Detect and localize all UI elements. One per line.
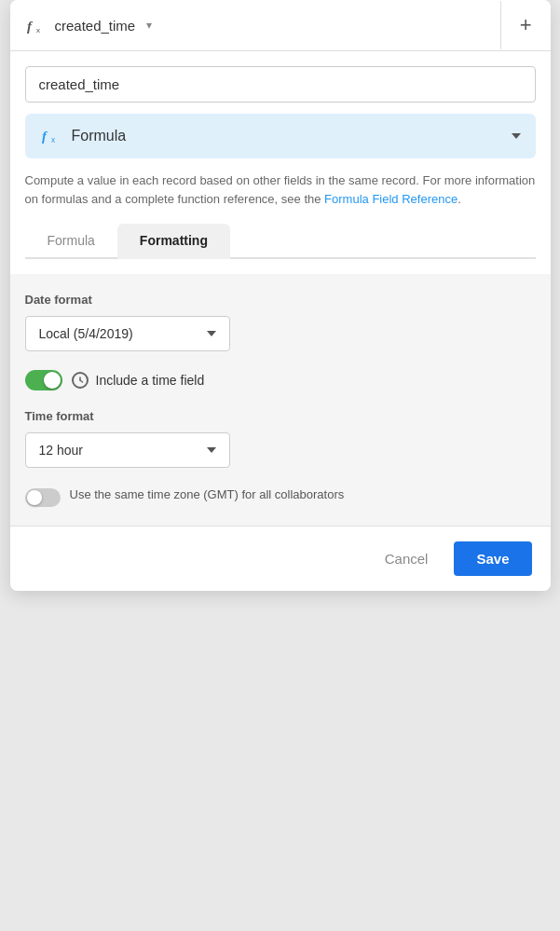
time-format-wrapper: 12 hour — [25, 432, 536, 468]
type-dropdown-left: f x Formula — [40, 125, 127, 147]
tab-formula[interactable]: Formula — [25, 224, 117, 259]
top-bar-title: f x created_time ▾ — [10, 1, 501, 49]
formula-description: Compute a value in each record based on … — [25, 171, 536, 209]
type-dropdown-label: Formula — [72, 128, 127, 144]
include-time-row: Include a time field — [25, 370, 536, 390]
gmt-label: Use the same time zone (GMT) for all col… — [70, 486, 345, 504]
svg-text:f: f — [42, 129, 48, 144]
time-format-value: 12 hour — [39, 443, 83, 458]
add-field-button[interactable]: + — [501, 0, 551, 50]
include-time-toggle[interactable] — [25, 370, 62, 390]
include-time-toggle-knob — [44, 372, 61, 389]
date-format-value: Local (5/4/2019) — [39, 326, 133, 341]
formatting-section: Date format Local (5/4/2019) Include a t… — [10, 274, 551, 526]
top-bar-dropdown-arrow[interactable]: ▾ — [146, 19, 152, 32]
time-format-label: Time format — [25, 409, 536, 423]
tab-formatting[interactable]: Formatting — [117, 224, 230, 259]
formula-reference-link[interactable]: Formula Field Reference — [324, 192, 458, 206]
svg-text:x: x — [51, 136, 55, 144]
main-content: f x Formula Compute a value in each reco… — [10, 51, 551, 274]
gmt-toggle-knob — [27, 490, 42, 505]
save-button[interactable]: Save — [454, 541, 531, 576]
footer: Cancel Save — [10, 526, 551, 591]
date-format-chevron-icon — [207, 331, 216, 336]
clock-icon — [72, 372, 89, 389]
field-name-input[interactable] — [25, 66, 536, 103]
time-format-dropdown[interactable]: 12 hour — [25, 432, 230, 468]
include-time-text: Include a time field — [96, 373, 205, 388]
type-dropdown-chevron-icon — [512, 133, 521, 139]
cancel-button[interactable]: Cancel — [370, 543, 444, 574]
formula-fx-icon: f x — [40, 125, 62, 147]
fx-icon: f x — [25, 14, 48, 36]
time-format-chevron-icon — [207, 447, 216, 453]
top-bar-field-name: created_time — [55, 18, 136, 34]
svg-text:f: f — [27, 19, 34, 34]
svg-line-5 — [80, 380, 83, 382]
date-format-label: Date format — [25, 293, 536, 307]
gmt-toggle[interactable] — [25, 488, 61, 507]
top-bar: f x created_time ▾ + — [10, 0, 551, 51]
gmt-row: Use the same time zone (GMT) for all col… — [25, 486, 536, 507]
date-format-dropdown[interactable]: Local (5/4/2019) — [25, 316, 230, 351]
type-dropdown[interactable]: f x Formula — [25, 114, 536, 158]
date-format-wrapper: Local (5/4/2019) — [25, 316, 536, 351]
include-time-label: Include a time field — [72, 372, 205, 389]
tabs: Formula Formatting — [25, 224, 536, 259]
svg-text:x: x — [36, 26, 40, 34]
panel: f x created_time ▾ + f x Formula — [10, 0, 551, 591]
